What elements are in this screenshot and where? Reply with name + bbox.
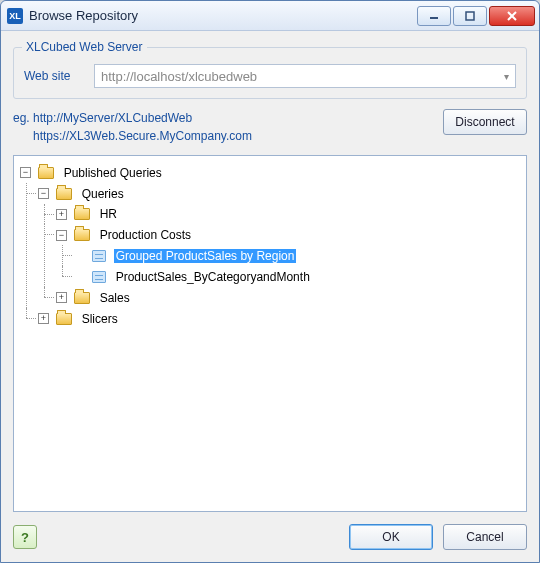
dialog-button-row: ? OK Cancel	[13, 524, 527, 550]
tree-panel[interactable]: − Published Queries − Queries +	[13, 155, 527, 512]
tree-label: Slicers	[80, 312, 120, 326]
groupbox-title: XLCubed Web Server	[22, 40, 147, 54]
tree-node-item[interactable]: ProductSales_ByCategoryandMonth	[74, 266, 522, 287]
folder-icon	[56, 188, 72, 200]
expander-plus-icon[interactable]: +	[38, 313, 49, 324]
expander-minus-icon[interactable]: −	[20, 167, 31, 178]
expander-plus-icon[interactable]: +	[56, 209, 67, 220]
window-title: Browse Repository	[29, 8, 417, 23]
tree-label: Sales	[98, 291, 132, 305]
disconnect-button[interactable]: Disconnect	[443, 109, 527, 135]
example-prefix: eg.	[13, 111, 30, 125]
folder-icon	[74, 229, 90, 241]
close-button[interactable]	[489, 6, 535, 26]
folder-icon	[56, 313, 72, 325]
cancel-button[interactable]: Cancel	[443, 524, 527, 550]
repository-tree: − Published Queries − Queries +	[18, 162, 522, 329]
dialog-content: XLCubed Web Server Web site http://local…	[1, 31, 539, 562]
tree-node-hr[interactable]: + HR	[56, 204, 522, 225]
minimize-button[interactable]	[417, 6, 451, 26]
report-icon	[92, 250, 106, 262]
expander-plus-icon[interactable]: +	[56, 292, 67, 303]
titlebar: XL Browse Repository	[1, 1, 539, 31]
tree-label: Queries	[80, 187, 126, 201]
minimize-icon	[429, 11, 439, 21]
help-button[interactable]: ?	[13, 525, 37, 549]
website-label: Web site	[24, 69, 84, 83]
folder-icon	[38, 167, 54, 179]
tree-node-item-selected[interactable]: Grouped ProductSales by Region	[74, 245, 522, 266]
tree-node-sales[interactable]: + Sales	[56, 287, 522, 308]
tree-node-slicers[interactable]: + Slicers	[38, 308, 522, 329]
tree-label: ProductSales_ByCategoryandMonth	[114, 270, 312, 284]
chevron-down-icon: ▾	[504, 71, 509, 82]
webserver-groupbox: XLCubed Web Server Web site http://local…	[13, 47, 527, 99]
dialog-window: XL Browse Repository XLCubed Web Server …	[0, 0, 540, 563]
tree-label: Published Queries	[62, 166, 164, 180]
app-icon: XL	[7, 8, 23, 24]
example-line2: https://XL3Web.Secure.MyCompany.com	[13, 127, 435, 145]
folder-icon	[74, 292, 90, 304]
website-value: http://localhost/xlcubedweb	[101, 69, 257, 84]
expander-minus-icon[interactable]: −	[38, 188, 49, 199]
website-row: Web site http://localhost/xlcubedweb ▾	[24, 64, 516, 88]
svg-rect-1	[466, 12, 474, 20]
example-line1: http://MyServer/XLCubedWeb	[33, 111, 192, 125]
website-combobox[interactable]: http://localhost/xlcubedweb ▾	[94, 64, 516, 88]
window-buttons	[417, 6, 535, 26]
maximize-icon	[465, 11, 475, 21]
expander-minus-icon[interactable]: −	[56, 230, 67, 241]
example-row: eg. http://MyServer/XLCubedWeb https://X…	[13, 109, 527, 145]
folder-icon	[74, 208, 90, 220]
maximize-button[interactable]	[453, 6, 487, 26]
tree-node-production-costs[interactable]: − Production Costs Grouped ProductSales …	[56, 224, 522, 286]
close-icon	[506, 11, 518, 21]
tree-label: HR	[98, 207, 119, 221]
ok-button[interactable]: OK	[349, 524, 433, 550]
tree-node-root[interactable]: − Published Queries − Queries +	[20, 162, 522, 329]
tree-label: Production Costs	[98, 228, 193, 242]
tree-node-queries[interactable]: − Queries + HR	[38, 183, 522, 308]
report-icon	[92, 271, 106, 283]
tree-label-selected: Grouped ProductSales by Region	[114, 249, 297, 263]
example-text: eg. http://MyServer/XLCubedWeb https://X…	[13, 109, 435, 145]
